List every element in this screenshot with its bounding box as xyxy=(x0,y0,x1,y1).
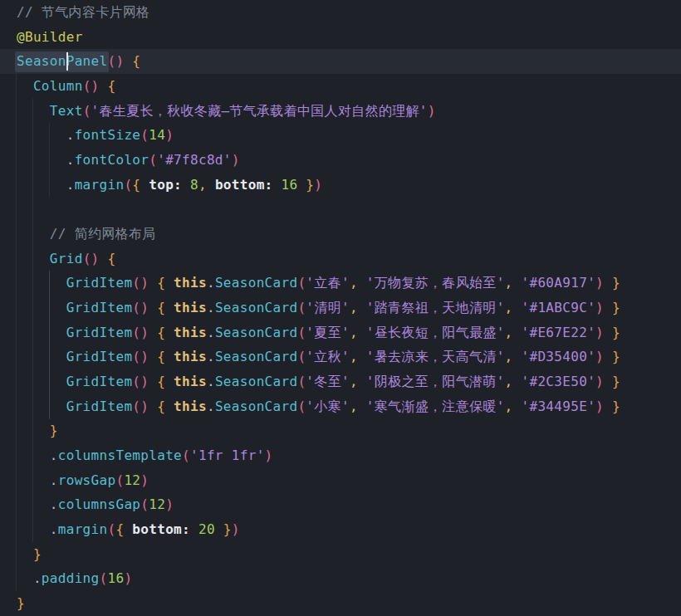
code-token xyxy=(17,521,50,537)
code-token: 8 xyxy=(190,177,198,193)
code-line[interactable]: GridItem() { this.SeasonCard('冬至', '阴极之至… xyxy=(17,369,681,394)
code-token: , xyxy=(350,398,358,414)
code-token: ( xyxy=(107,521,115,537)
code-line[interactable]: GridItem() { this.SeasonCard('小寒', '寒气渐盛… xyxy=(17,394,681,419)
code-token xyxy=(513,398,522,414)
code-token: () xyxy=(132,374,149,389)
code-token: ( xyxy=(83,103,91,119)
code-line[interactable]: GridItem() { this.SeasonCard('清明', '踏青祭祖… xyxy=(17,296,681,320)
code-token: ) xyxy=(140,472,149,488)
code-line[interactable]: GridItem() { this.SeasonCard('夏至', '昼长夜短… xyxy=(17,320,681,345)
code-token: { xyxy=(107,251,115,266)
code-token xyxy=(100,251,108,266)
code-token: ( xyxy=(297,374,306,389)
code-token: } xyxy=(33,546,42,562)
code-token: Grid xyxy=(50,251,83,266)
code-token xyxy=(165,275,174,291)
code-token: '春生夏长，秋收冬藏—节气承载着中国人对自然的理解' xyxy=(91,103,428,119)
code-token xyxy=(149,398,157,414)
code-token: '#1ABC9C' xyxy=(522,300,596,315)
code-token: . xyxy=(50,472,58,488)
code-token xyxy=(17,152,66,168)
code-token xyxy=(513,275,522,291)
code-token xyxy=(17,472,50,488)
code-token xyxy=(149,275,157,291)
code-token xyxy=(358,398,366,414)
code-token: ) xyxy=(595,349,604,364)
code-token: margin xyxy=(75,177,125,193)
code-line[interactable]: SeasonPanel() { xyxy=(17,49,681,74)
code-token: . xyxy=(207,275,215,291)
code-token: , xyxy=(505,325,513,340)
code-line[interactable]: GridItem() { this.SeasonCard('立秋', '暑去凉来… xyxy=(17,345,681,369)
code-token: ( xyxy=(297,275,306,291)
code-token: { xyxy=(157,300,165,315)
code-token: '#D35400' xyxy=(522,349,596,364)
code-token xyxy=(149,349,157,364)
code-line[interactable]: .padding(16) xyxy=(17,566,681,591)
code-line[interactable]: // 节气内容卡片网格 xyxy=(17,0,681,25)
code-line[interactable]: } xyxy=(17,542,681,567)
code-token: } xyxy=(612,325,620,340)
code-line[interactable]: Grid() { xyxy=(17,247,681,271)
code-line[interactable]: .fontColor('#7f8c8d') xyxy=(17,148,681,173)
code-token xyxy=(17,275,66,291)
code-line[interactable]: .columnsTemplate('1fr 1fr') xyxy=(17,443,681,468)
code-token xyxy=(513,374,522,389)
code-token: . xyxy=(66,177,75,193)
code-token: } xyxy=(17,595,25,611)
code-token: } xyxy=(306,177,314,193)
code-line[interactable]: .margin({ bottom: 20 }) xyxy=(17,517,681,542)
code-token: , xyxy=(198,177,207,193)
code-line[interactable]: .fontSize(14) xyxy=(17,123,681,148)
code-token: SeasonCard xyxy=(215,374,298,389)
code-token xyxy=(100,78,108,94)
code-token: () xyxy=(132,349,149,364)
code-token: . xyxy=(207,398,215,414)
code-token: . xyxy=(66,127,75,143)
code-token: { xyxy=(132,53,140,69)
code-token xyxy=(604,275,612,291)
code-token: fontColor xyxy=(75,152,149,168)
code-token: , xyxy=(350,325,358,340)
code-token xyxy=(273,177,282,193)
code-token: Text xyxy=(50,103,83,119)
code-token: '昼长夜短，阳气最盛' xyxy=(366,325,505,340)
code-line[interactable]: // 简约网格布局 xyxy=(17,222,681,247)
code-token: . xyxy=(50,447,58,463)
code-token: ( xyxy=(140,127,149,143)
code-token: ) xyxy=(595,374,604,389)
code-token: '冬至' xyxy=(306,374,350,389)
code-token xyxy=(182,177,190,193)
code-token: ) xyxy=(232,152,240,168)
code-line[interactable]: } xyxy=(17,591,681,616)
code-token: . xyxy=(66,152,75,168)
code-token xyxy=(358,325,366,340)
code-line[interactable] xyxy=(17,197,681,222)
code-token: GridItem xyxy=(66,300,133,315)
code-token: . xyxy=(33,570,42,586)
code-line[interactable]: Text('春生夏长，秋收冬藏—节气承载着中国人对自然的理解') xyxy=(17,99,681,124)
code-token xyxy=(17,251,50,266)
code-token xyxy=(513,300,522,315)
code-line[interactable]: GridItem() { this.SeasonCard('立春', '万物复苏… xyxy=(17,271,681,296)
code-token xyxy=(165,325,174,340)
code-token xyxy=(17,398,66,414)
code-token xyxy=(17,226,50,242)
code-token: this xyxy=(174,275,207,291)
code-line[interactable]: .rowsGap(12) xyxy=(17,468,681,493)
code-token: . xyxy=(207,374,215,389)
code-line[interactable]: @Builder xyxy=(17,25,681,50)
code-token xyxy=(604,300,612,315)
code-line[interactable]: .margin({ top: 8, bottom: 16 }) xyxy=(17,173,681,198)
code-token: { xyxy=(107,78,115,94)
code-token xyxy=(17,78,33,94)
code-line[interactable]: .columnsGap(12) xyxy=(17,492,681,517)
code-line[interactable]: Column() { xyxy=(17,74,681,99)
code-line[interactable]: } xyxy=(17,418,681,443)
code-token xyxy=(124,53,132,69)
code-editor[interactable]: // 节气内容卡片网格@BuilderSeasonPanel() { Colum… xyxy=(0,0,681,616)
code-token xyxy=(358,374,366,389)
code-token: () xyxy=(107,53,124,69)
code-token: '阴极之至，阳气潜萌' xyxy=(366,374,505,389)
